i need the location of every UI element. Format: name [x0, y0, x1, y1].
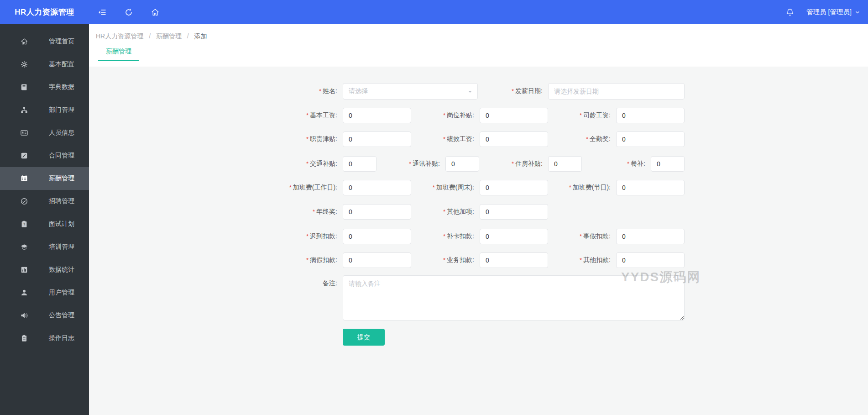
user-label: 管理员 [管理员]	[806, 8, 852, 16]
sidebar-item-users[interactable]: 用户管理	[0, 281, 89, 304]
field-other-deduction: *其他扣款:	[511, 252, 685, 268]
main-content: HR人力资源管理 / 薪酬管理 / 添加 薪酬管理 *姓名: 请选择 *发薪日期…	[89, 24, 868, 415]
full-attendance-input[interactable]	[616, 131, 685, 147]
required-mark: *	[319, 88, 321, 95]
sidebar-item-interview[interactable]: ? 面试计划	[0, 213, 89, 236]
other-additions-input[interactable]	[480, 204, 548, 220]
field-payday: *发薪日期:	[443, 83, 685, 100]
other-deduction-input[interactable]	[616, 252, 685, 268]
sidebar-item-statistics[interactable]: 数据统计	[0, 258, 89, 281]
sidebar-item-announcement[interactable]: 公告管理	[0, 304, 89, 327]
training-cap-icon	[20, 243, 28, 251]
recruit-handshake-icon	[20, 197, 28, 205]
meal-allowance-input[interactable]	[651, 156, 685, 172]
field-label: 姓名:	[323, 87, 337, 95]
breadcrumb-separator: /	[187, 32, 189, 40]
sidebar-item-personnel[interactable]: 人员信息	[0, 121, 89, 144]
home-icon	[20, 37, 28, 46]
user-icon	[20, 289, 28, 297]
breadcrumb: HR人力资源管理 / 薪酬管理 / 添加	[96, 32, 207, 41]
payday-input[interactable]	[548, 83, 685, 100]
salary-form-panel: *姓名: 请选择 *发薪日期: *基本工资: *岗位补贴: *司龄工资: *职责…	[89, 67, 868, 415]
field-overtime-holiday: *加班费(节日):	[511, 180, 685, 195]
sidebar-item-basic-config[interactable]: 基本配置	[0, 53, 89, 76]
interview-plan-icon: ?	[20, 220, 28, 228]
announcement-speaker-icon	[20, 311, 28, 320]
breadcrumb-separator: /	[149, 32, 151, 40]
field-meal-allowance: *餐补:	[546, 156, 685, 172]
book-icon	[20, 83, 28, 91]
sidebar-item-training[interactable]: 培训管理	[0, 236, 89, 258]
refresh-icon[interactable]	[124, 8, 133, 17]
field-other-additions: *其他加项:	[375, 204, 548, 220]
top-navbar: HR人力资源管理 管理员 [管理员]	[0, 0, 868, 24]
overtime-holiday-input[interactable]	[616, 180, 685, 195]
breadcrumb-item-root[interactable]: HR人力资源管理	[96, 32, 143, 40]
field-remark: 备注:	[238, 275, 685, 320]
watermark: YYDS源码网	[621, 268, 701, 286]
gear-icon	[20, 60, 28, 68]
sitemap-icon	[20, 106, 28, 114]
sidebar-item-dictionary[interactable]: 字典数据	[0, 76, 89, 99]
id-card-icon	[20, 129, 28, 137]
tab-salary-management[interactable]: 薪酬管理	[98, 47, 139, 61]
app-title: HR人力资源管理	[0, 7, 89, 17]
salary-icon	[20, 174, 28, 183]
field-seniority-salary: *司龄工资:	[511, 108, 685, 123]
breadcrumb-item-salary[interactable]: 薪酬管理	[156, 32, 182, 40]
sidebar: 管理首页 基本配置 字典数据 部门管理 人员信息 合同管理 薪酬管理 招聘管理 …	[0, 24, 89, 415]
field-full-attendance: *全勤奖:	[511, 131, 685, 147]
seniority-salary-input[interactable]	[616, 108, 685, 123]
logs-clipboard-icon	[20, 334, 28, 342]
sidebar-item-salary[interactable]: 薪酬管理	[0, 167, 89, 190]
user-menu[interactable]: 管理员 [管理员]	[806, 8, 861, 16]
chevron-down-icon	[854, 9, 861, 16]
field-name: *姓名: 请选择	[238, 83, 478, 100]
stats-chart-icon	[20, 266, 28, 274]
tab-bar: 薪酬管理	[98, 47, 139, 61]
sidebar-item-department[interactable]: 部门管理	[0, 99, 89, 121]
personal-leave-deduction-input[interactable]	[616, 229, 685, 244]
svg-text:?: ?	[23, 222, 25, 226]
collapse-menu-icon[interactable]	[98, 8, 107, 17]
submit-button[interactable]: 提交	[343, 329, 385, 346]
field-personal-leave-deduction: *事假扣款:	[511, 229, 685, 244]
sidebar-item-logs[interactable]: 操作日志	[0, 327, 89, 350]
contract-icon	[20, 152, 28, 160]
sidebar-item-contract[interactable]: 合同管理	[0, 144, 89, 167]
home-icon[interactable]	[151, 8, 160, 17]
sidebar-item-dashboard[interactable]: 管理首页	[0, 30, 89, 53]
breadcrumb-item-add: 添加	[194, 32, 207, 40]
bell-icon[interactable]	[785, 8, 795, 17]
sidebar-item-recruit[interactable]: 招聘管理	[0, 190, 89, 213]
